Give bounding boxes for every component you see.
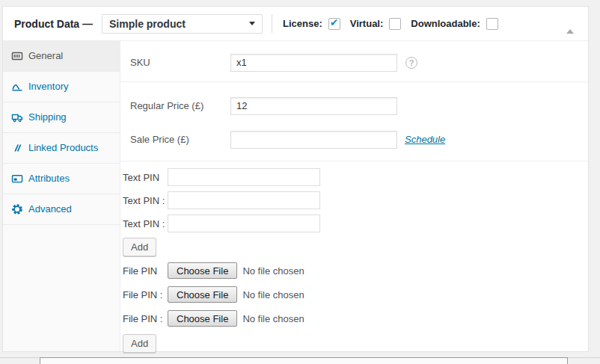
text-pin-row: Text PIN xyxy=(123,168,588,186)
sku-input[interactable] xyxy=(230,54,397,72)
sale-price-label: Sale Price (£) xyxy=(120,134,230,145)
virtual-checkbox[interactable] xyxy=(389,18,401,30)
choose-file-button[interactable]: Choose File xyxy=(168,286,237,303)
tab-advanced[interactable]: Advanced xyxy=(3,194,120,225)
license-label: License: xyxy=(283,18,322,29)
file-pin-row: File PIN Choose File No file chosen xyxy=(123,262,588,280)
text-pin-row: Text PIN : xyxy=(123,215,588,232)
text-pin-row: Text PIN : xyxy=(123,191,588,209)
next-metabox-edge xyxy=(40,357,568,364)
triangle-up-icon xyxy=(566,18,574,34)
file-pin-label: File PIN xyxy=(123,265,165,277)
barcode-icon xyxy=(11,50,23,62)
text-pin-label: Text PIN : xyxy=(123,195,165,206)
text-pin-label: Text PIN xyxy=(123,172,165,183)
product-data-tabs: General Inventory Shipping xyxy=(3,41,120,351)
tab-linked-products[interactable]: Linked Products xyxy=(3,133,120,164)
choose-file-button[interactable]: Choose File xyxy=(168,262,237,279)
chart-icon xyxy=(11,81,23,93)
sku-group: SKU ? xyxy=(120,41,588,82)
header-divider xyxy=(272,14,272,33)
product-type-select[interactable]: Simple product xyxy=(102,14,263,34)
tab-inventory[interactable]: Inventory xyxy=(3,72,120,102)
panel-title: Product Data — xyxy=(14,18,93,30)
downloadable-checkbox[interactable] xyxy=(486,18,498,30)
downloadable-label: Downloadable: xyxy=(411,18,480,29)
truck-icon xyxy=(11,111,23,123)
tab-shipping[interactable]: Shipping xyxy=(3,102,120,133)
file-status-text: No file chosen xyxy=(242,313,304,324)
sku-label: SKU xyxy=(120,57,230,68)
license-checkbox[interactable]: ✔ xyxy=(328,18,340,30)
add-text-pin-button[interactable]: Add xyxy=(123,238,156,256)
tab-label: Shipping xyxy=(28,111,67,123)
pricing-group: Regular Price (£) Sale Price (£) Schedul… xyxy=(120,82,588,161)
file-pin-label: File PIN : xyxy=(123,289,165,300)
file-pin-row: File PIN : Choose File No file chosen xyxy=(123,286,588,303)
sale-price-row: Sale Price (£) Schedule xyxy=(120,130,588,149)
tab-label: Attributes xyxy=(28,173,70,185)
schedule-link[interactable]: Schedule xyxy=(405,134,445,145)
virtual-label: Virtual: xyxy=(350,18,384,29)
help-icon[interactable]: ? xyxy=(405,57,417,69)
product-data-panel: Product Data — Simple product License: ✔… xyxy=(2,6,589,352)
tab-attributes[interactable]: Attributes xyxy=(3,164,120,194)
product-data-header: Product Data — Simple product License: ✔… xyxy=(3,7,588,41)
tag-icon xyxy=(11,173,23,185)
text-pin-label: Text PIN : xyxy=(123,218,165,229)
product-type-selected-value: Simple product xyxy=(109,18,186,30)
tab-label: Linked Products xyxy=(28,142,98,154)
text-pin-input[interactable] xyxy=(168,191,320,209)
text-pin-input[interactable] xyxy=(168,168,320,186)
add-file-pin-button[interactable]: Add xyxy=(123,334,156,353)
regular-price-label: Regular Price (£) xyxy=(120,100,230,111)
tab-label: Advanced xyxy=(28,203,72,215)
general-panel: SKU ? Regular Price (£) Sale Price (£) S… xyxy=(120,41,588,351)
file-status-text: No file chosen xyxy=(242,289,304,300)
link-icon xyxy=(11,142,23,154)
regular-price-input[interactable] xyxy=(230,97,397,115)
checkmark-icon: ✔ xyxy=(330,16,339,28)
regular-price-row: Regular Price (£) xyxy=(120,96,588,115)
sku-field-row: SKU ? xyxy=(120,53,588,72)
file-pin-row: File PIN : Choose File No file chosen xyxy=(123,309,588,327)
chevron-down-icon xyxy=(249,22,255,25)
pins-group: Text PIN Text PIN : Text PIN : Add File … xyxy=(120,161,588,358)
text-pin-input[interactable] xyxy=(168,215,320,232)
tab-general[interactable]: General xyxy=(3,41,120,72)
collapse-toggle[interactable] xyxy=(563,15,577,32)
file-status-text: No file chosen xyxy=(242,265,304,277)
tab-label: Inventory xyxy=(28,81,68,93)
sale-price-input[interactable] xyxy=(230,131,397,149)
gear-icon xyxy=(11,203,23,215)
tab-label: General xyxy=(28,50,63,62)
choose-file-button[interactable]: Choose File xyxy=(168,310,237,327)
product-data-body: General Inventory Shipping xyxy=(3,41,588,351)
file-pin-label: File PIN : xyxy=(123,313,165,324)
